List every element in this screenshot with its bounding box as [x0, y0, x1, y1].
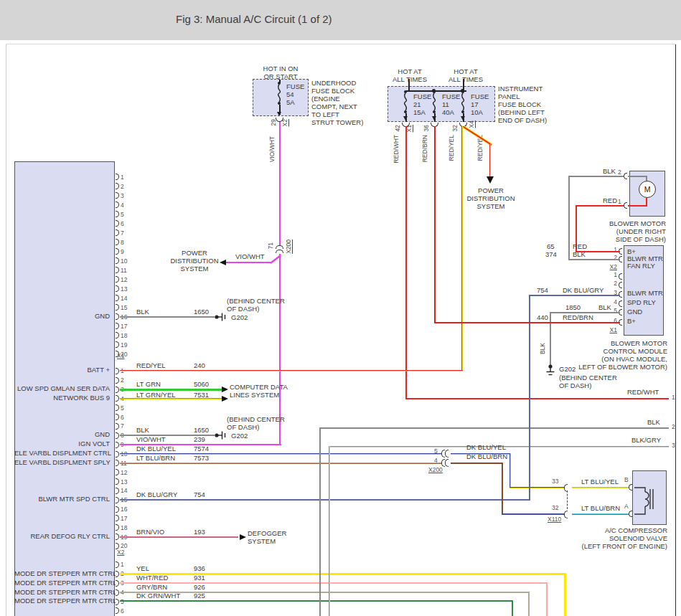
- wire-color-label: DK BLU/YEL: [136, 445, 176, 452]
- pin-arc-icon: [116, 460, 119, 466]
- header-line: HOT IN ON: [253, 65, 309, 72]
- caption-line: BLOWER MOTOR: [531, 339, 667, 347]
- wire-color-label: BLK: [647, 418, 660, 426]
- wire-color-label: VIO/WHT: [235, 252, 265, 260]
- pin-arc-icon: [116, 404, 119, 411]
- wire-color-label: BLK: [136, 426, 149, 434]
- wire-stub: [646, 198, 647, 206]
- pin-number: 1: [609, 271, 617, 278]
- pin-arc-icon: [116, 414, 119, 420]
- header-line: ALL TIMES: [443, 75, 489, 83]
- wire-dk-blu-brn: [502, 513, 565, 515]
- location-line: OF DASH): [227, 423, 285, 431]
- ref-line: POWER: [169, 249, 220, 257]
- wire-circuit-label: 7531: [194, 391, 209, 399]
- wire-red-yel-branch: [489, 143, 491, 178]
- connector-x1-pin-stack: 1234567891011121314151617181920: [116, 172, 127, 359]
- pin-arc-icon: [116, 451, 119, 458]
- side-label-line: (ENGINE: [311, 95, 363, 103]
- computer-data-ref: COMPUTER DATALINES SYSTEM: [230, 383, 288, 399]
- side-label-line: STRUT TOWER): [311, 118, 363, 126]
- wire-dk-blu-brn: [451, 463, 503, 464]
- wire-yel-936: [564, 573, 566, 616]
- pin-row: 11: [116, 265, 127, 275]
- down-arrow-icon: [461, 116, 465, 120]
- pin-row: 2: [116, 181, 127, 191]
- defogger-ref: DEFOGGERSYSTEM: [248, 529, 286, 545]
- wire-dk-blu-gry-754: [529, 295, 530, 501]
- side-label-line: UNDERHOOD: [311, 79, 363, 87]
- pin-arc-icon: [619, 300, 622, 307]
- pin-arc-icon: [116, 506, 119, 513]
- wire-brn-vio-193: [120, 536, 238, 538]
- pin-function-label: MODE DR STEPPER MTR CTRL: [14, 588, 110, 596]
- pin-function-label: BATT +: [14, 366, 110, 374]
- wire-blk-gry: [329, 446, 330, 616]
- wire-color-label: DK GRN/WHT: [136, 592, 180, 600]
- pin-row: 7: [116, 422, 127, 431]
- pin-row: 13: [116, 477, 127, 486]
- wire-color-label: DK BLU/GRY: [136, 491, 177, 498]
- pin-arc-icon: [116, 341, 119, 348]
- pin-arc-icon: [116, 332, 119, 338]
- right-arrow-icon: [240, 534, 246, 540]
- pin-row: 12: [116, 275, 127, 284]
- wiring-diagram-page: { "title": "Fig 3: Manual A/C Circuit (1…: [0, 0, 681, 616]
- wire-color-label: BLK: [136, 308, 149, 316]
- connector-x2-label: X2: [117, 549, 124, 556]
- wire-circuit-label: 754: [194, 491, 205, 498]
- pin-arc-icon: [116, 571, 119, 577]
- pin-row: 18: [116, 523, 127, 532]
- connector-pin-number: 32: [552, 504, 558, 511]
- pin-function-label: REAR DEFOG RLY CTRL: [14, 532, 110, 540]
- inline-connector-icon: [445, 450, 448, 458]
- wire-circuit-label: 240: [194, 361, 205, 369]
- module-pin-label: FAN RLY: [627, 262, 655, 270]
- location-line: (BEHIND CENTER: [227, 415, 285, 423]
- pin-row: 17: [116, 514, 127, 523]
- caption-line: SOLENOID VALVE: [545, 534, 667, 542]
- location-line: OF DASH): [559, 382, 617, 389]
- wire-red-yel: [461, 126, 463, 371]
- pin-number: 7: [121, 422, 124, 430]
- connector-label: X1: [607, 326, 617, 333]
- wire-color-label: RED/WHT: [627, 388, 659, 396]
- wire-wht-red-931: [120, 582, 548, 584]
- pin-row: 15: [116, 303, 127, 312]
- wire-blk-374: [568, 259, 620, 260]
- wire-color-label: BRN/VIO: [136, 528, 164, 536]
- wire-circuit-label: 936: [194, 564, 205, 572]
- wire-vio-wht: [279, 122, 281, 245]
- pin-row: 16: [116, 505, 127, 514]
- ref-line: COMPUTER DATA: [230, 383, 288, 391]
- edge-pin-number: 2: [672, 423, 675, 430]
- wire-lt-blu-brn: [572, 513, 629, 515]
- pin-arc-icon: [629, 484, 632, 491]
- inline-connector-icon: [276, 245, 283, 249]
- wire-gry-brn-926: [528, 592, 530, 616]
- ip-header-1: HOT ATALL TIMES: [387, 67, 433, 83]
- wire-color-label: RED: [573, 242, 587, 250]
- pin-number: 1: [121, 174, 124, 181]
- wire-color-label: YEL: [136, 564, 149, 572]
- wire-color-label: GRY/BRN: [136, 583, 167, 591]
- pin-row: 17: [116, 321, 127, 331]
- pin-arc-icon: [116, 239, 119, 245]
- wire-red-wht: [405, 126, 407, 399]
- caption-line: (UNDER RIGHT: [568, 227, 666, 235]
- side-label-line: PANEL: [498, 93, 547, 100]
- wire-circuit-label: 239: [194, 435, 205, 443]
- fuse-54-icon: [273, 80, 285, 106]
- wire-red-wht: [406, 398, 669, 399]
- wire-circuit-label: 1650: [194, 308, 209, 316]
- ip-side-label: INSTRUMENTPANELFUSE BLOCK(BEHIND LEFTEND…: [498, 85, 547, 124]
- connector-x200-label: X200: [285, 240, 292, 254]
- pin-function-label: MODE DR STEPPER MTR CTRL: [14, 579, 110, 587]
- module-pin-label: BLWR MTR: [627, 289, 663, 297]
- wire-color-label: RED: [603, 196, 617, 204]
- wire-circuit-label: 931: [194, 574, 205, 582]
- pin-row: 2: [116, 376, 127, 385]
- pin-arc-icon: [116, 248, 119, 255]
- side-label-line: (BEHIND LEFT: [498, 108, 547, 116]
- fuse-rating: 15A: [413, 108, 426, 116]
